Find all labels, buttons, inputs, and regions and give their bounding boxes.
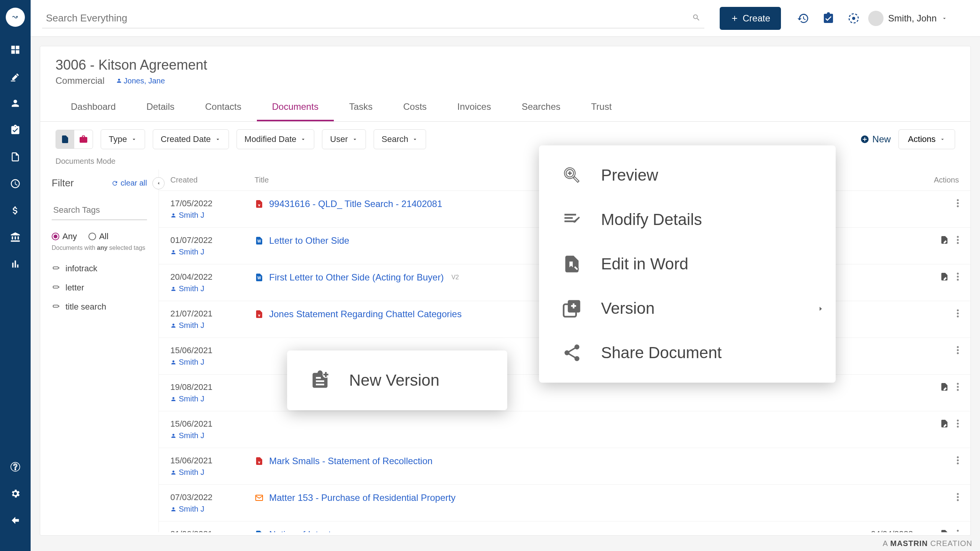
svg-rect-1 — [16, 46, 19, 49]
filter-created-date[interactable]: Created Date — [153, 129, 229, 149]
nav-contacts-icon[interactable] — [8, 96, 23, 111]
tab-invoices[interactable]: Invoices — [442, 94, 506, 121]
tab-documents[interactable]: Documents — [257, 94, 334, 121]
tasks-top-icon[interactable] — [822, 11, 835, 25]
nav-dashboard-icon[interactable] — [8, 42, 23, 57]
nav-trust-icon[interactable] — [8, 230, 23, 245]
svg-point-11 — [957, 239, 959, 241]
global-search-input[interactable] — [42, 8, 704, 28]
nav-tasks-icon[interactable] — [8, 122, 23, 138]
tab-tasks[interactable]: Tasks — [334, 94, 388, 121]
ctx-share[interactable]: Share Document — [539, 331, 836, 375]
tag-title-search[interactable]: title search — [52, 297, 147, 316]
row-more-icon[interactable] — [957, 309, 959, 320]
document-link[interactable]: Notice of Intent — [269, 529, 331, 532]
row-more-icon[interactable] — [957, 272, 959, 283]
edit-doc-icon[interactable] — [940, 235, 949, 246]
tab-trust[interactable]: Trust — [576, 94, 627, 121]
nav-documents-icon[interactable] — [8, 149, 23, 165]
tab-dashboard[interactable]: Dashboard — [56, 94, 131, 121]
edit-doc-icon[interactable] — [940, 272, 949, 283]
svg-point-10 — [957, 236, 959, 238]
svg-point-18 — [957, 313, 959, 315]
document-link[interactable]: Jones Statement Regarding Chattel Catego… — [269, 309, 462, 320]
user-menu[interactable]: Smith, John — [868, 11, 947, 26]
sync-icon[interactable] — [847, 11, 861, 25]
ctx-version[interactable]: Version — [539, 286, 836, 331]
filter-type[interactable]: Type — [101, 129, 145, 149]
collapse-filter-button[interactable] — [152, 177, 165, 189]
tab-contacts[interactable]: Contacts — [190, 94, 257, 121]
tag-infotrack[interactable]: infotrack — [52, 259, 147, 278]
svg-point-12 — [957, 242, 959, 244]
filter-modified-date[interactable]: Modified Date — [237, 129, 315, 149]
tab-details[interactable]: Details — [131, 94, 189, 121]
edit-doc-icon[interactable] — [940, 529, 949, 532]
history-icon[interactable] — [796, 11, 810, 25]
chevron-right-icon — [817, 299, 824, 318]
ctx-preview[interactable]: Preview — [539, 153, 836, 197]
user-avatar-icon — [868, 11, 884, 26]
ctx-edit-word[interactable]: Edit in Word — [539, 242, 836, 286]
svg-rect-0 — [11, 46, 15, 49]
app-logo[interactable] — [6, 8, 25, 27]
chevron-down-icon — [941, 15, 947, 21]
filter-user[interactable]: User — [322, 129, 366, 149]
nav-time-icon[interactable] — [8, 176, 23, 191]
tab-searches[interactable]: Searches — [506, 94, 576, 121]
ctx-new-version[interactable]: New Version — [287, 358, 507, 403]
row-more-icon[interactable] — [957, 235, 959, 246]
document-link[interactable]: 99431616 - QLD_ Title Search - 21402081 — [269, 199, 442, 209]
ctx-modify-details[interactable]: Modify Details — [539, 197, 836, 242]
document-link[interactable]: Letter to Other Side — [269, 235, 349, 246]
row-more-icon[interactable] — [957, 419, 959, 430]
actions-button[interactable]: Actions — [898, 129, 955, 149]
row-more-icon[interactable] — [957, 346, 959, 356]
matter-category: Commercial — [56, 75, 105, 86]
nav-billing-icon[interactable] — [8, 203, 23, 218]
svg-point-16 — [957, 279, 959, 281]
row-more-icon[interactable] — [957, 199, 959, 209]
document-link[interactable]: Mark Smalls - Statement of Recollection — [269, 456, 433, 466]
nav-help-icon[interactable] — [8, 459, 23, 474]
nav-reports-icon[interactable] — [8, 256, 23, 272]
svg-point-33 — [957, 493, 959, 495]
tab-costs[interactable]: Costs — [388, 94, 442, 121]
svg-point-37 — [957, 530, 959, 532]
tag-letter[interactable]: letter — [52, 278, 147, 297]
edit-doc-icon[interactable] — [940, 419, 949, 430]
radio-any[interactable]: Any — [52, 231, 77, 241]
svg-point-23 — [957, 383, 959, 385]
svg-point-30 — [957, 460, 959, 461]
nav-gavel-icon[interactable] — [8, 69, 23, 84]
documents-view-button[interactable] — [56, 130, 74, 148]
matter-title: 3006 - Kitson Agreement — [56, 57, 955, 73]
nav-settings-icon[interactable] — [8, 486, 23, 501]
matter-owner-link[interactable]: Jones, Jane — [116, 77, 165, 85]
create-button[interactable]: Create — [720, 7, 781, 30]
col-header-created[interactable]: Created — [170, 176, 255, 184]
user-name-label: Smith, John — [888, 13, 937, 24]
svg-point-22 — [957, 352, 959, 354]
row-more-icon[interactable] — [957, 382, 959, 393]
col-header-actions: Actions — [913, 176, 959, 184]
row-more-icon[interactable] — [957, 529, 959, 532]
svg-point-31 — [957, 463, 959, 465]
search-icon[interactable] — [692, 13, 701, 23]
svg-point-7 — [957, 202, 959, 204]
edit-doc-icon[interactable] — [940, 382, 949, 393]
new-document-button[interactable]: New — [860, 134, 891, 145]
document-link[interactable]: First Letter to Other Side (Acting for B… — [269, 272, 444, 283]
tag-search-input[interactable] — [52, 201, 147, 220]
row-more-icon[interactable] — [957, 456, 959, 466]
filter-search[interactable]: Search — [374, 129, 426, 149]
clear-all-button[interactable]: clear all — [111, 179, 147, 187]
document-link[interactable]: Matter 153 - Purchase of Residential Pro… — [269, 492, 456, 503]
svg-point-15 — [957, 276, 959, 278]
briefcase-view-button[interactable] — [74, 130, 93, 148]
row-more-icon[interactable] — [957, 492, 959, 503]
radio-all[interactable]: All — [88, 231, 108, 241]
document-context-menu: Preview Modify Details Edit in Word Vers… — [539, 145, 836, 383]
nav-collapse-icon[interactable] — [8, 513, 23, 528]
version-submenu: New Version — [287, 350, 507, 410]
